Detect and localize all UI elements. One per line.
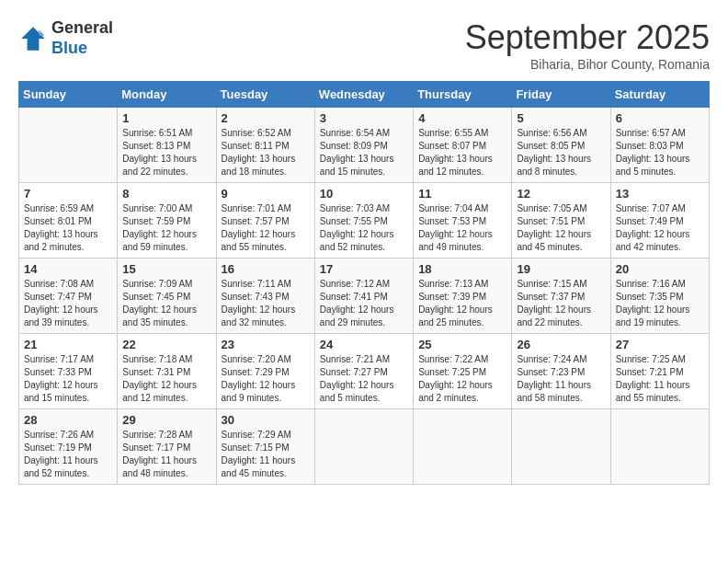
day-info: Sunrise: 6:59 AMSunset: 8:01 PMDaylight:… [24, 202, 112, 254]
col-header-wednesday: Wednesday [314, 82, 413, 108]
day-number: 19 [517, 262, 605, 276]
calendar-cell: 1Sunrise: 6:51 AMSunset: 8:13 PMDaylight… [118, 108, 216, 183]
day-info: Sunrise: 7:15 AMSunset: 7:37 PMDaylight:… [517, 278, 605, 329]
day-number: 17 [320, 262, 408, 276]
calendar-cell [314, 409, 413, 485]
calendar-cell: 16Sunrise: 7:11 AMSunset: 7:43 PMDayligh… [216, 259, 314, 334]
col-header-sunday: Sunday [19, 82, 118, 108]
logo-general-text: General [51, 18, 113, 39]
logo-blue-text: Blue [51, 39, 113, 59]
day-number: 10 [320, 187, 408, 201]
col-header-saturday: Saturday [610, 82, 709, 108]
day-number: 27 [616, 338, 704, 351]
day-number: 22 [122, 338, 210, 351]
day-number: 4 [418, 111, 506, 125]
calendar-cell: 5Sunrise: 6:56 AMSunset: 8:05 PMDaylight… [512, 108, 610, 183]
day-info: Sunrise: 6:52 AMSunset: 8:11 PMDaylight:… [222, 127, 310, 178]
day-number: 12 [517, 187, 605, 201]
day-number: 15 [122, 262, 210, 276]
calendar-cell: 4Sunrise: 6:55 AMSunset: 8:07 PMDaylight… [414, 108, 512, 183]
day-info: Sunrise: 7:25 AMSunset: 7:21 PMDaylight:… [616, 353, 704, 405]
day-info: Sunrise: 7:16 AMSunset: 7:35 PMDaylight:… [616, 278, 704, 329]
day-number: 18 [418, 262, 506, 276]
svg-marker-0 [21, 27, 45, 51]
title-block: September 2025 Biharia, Bihor County, Ro… [465, 18, 710, 72]
day-number: 25 [418, 338, 506, 351]
calendar-cell: 12Sunrise: 7:05 AMSunset: 7:51 PMDayligh… [512, 183, 610, 259]
day-number: 1 [122, 111, 210, 125]
calendar-cell: 19Sunrise: 7:15 AMSunset: 7:37 PMDayligh… [512, 259, 610, 334]
week-row-5: 28Sunrise: 7:26 AMSunset: 7:19 PMDayligh… [19, 409, 710, 485]
day-number: 21 [24, 338, 112, 351]
calendar-cell [414, 409, 512, 485]
calendar-cell: 29Sunrise: 7:28 AMSunset: 7:17 PMDayligh… [118, 409, 216, 485]
calendar-cell: 17Sunrise: 7:12 AMSunset: 7:41 PMDayligh… [314, 259, 413, 334]
day-info: Sunrise: 7:07 AMSunset: 7:49 PMDaylight:… [616, 202, 704, 254]
day-number: 30 [222, 413, 310, 427]
day-number: 14 [24, 262, 112, 276]
day-info: Sunrise: 7:11 AMSunset: 7:43 PMDaylight:… [222, 278, 310, 329]
day-info: Sunrise: 7:24 AMSunset: 7:23 PMDaylight:… [517, 353, 605, 405]
day-number: 16 [222, 262, 310, 276]
calendar-cell: 22Sunrise: 7:18 AMSunset: 7:31 PMDayligh… [118, 334, 216, 409]
week-row-4: 21Sunrise: 7:17 AMSunset: 7:33 PMDayligh… [19, 334, 710, 409]
month-title: September 2025 [465, 18, 710, 57]
day-number: 28 [24, 413, 112, 427]
calendar-cell: 27Sunrise: 7:25 AMSunset: 7:21 PMDayligh… [610, 334, 709, 409]
day-info: Sunrise: 7:22 AMSunset: 7:25 PMDaylight:… [418, 353, 506, 405]
day-number: 7 [24, 187, 112, 201]
week-row-2: 7Sunrise: 6:59 AMSunset: 8:01 PMDaylight… [19, 183, 710, 259]
header-row: SundayMondayTuesdayWednesdayThursdayFrid… [19, 82, 710, 108]
day-info: Sunrise: 7:08 AMSunset: 7:47 PMDaylight:… [24, 278, 112, 329]
calendar-cell [512, 409, 610, 485]
day-number: 11 [418, 187, 506, 201]
col-header-thursday: Thursday [414, 82, 512, 108]
calendar-cell: 6Sunrise: 6:57 AMSunset: 8:03 PMDaylight… [610, 108, 709, 183]
day-info: Sunrise: 7:29 AMSunset: 7:15 PMDaylight:… [222, 429, 310, 480]
calendar-cell: 24Sunrise: 7:21 AMSunset: 7:27 PMDayligh… [314, 334, 413, 409]
day-info: Sunrise: 7:09 AMSunset: 7:45 PMDaylight:… [122, 278, 210, 329]
day-info: Sunrise: 7:01 AMSunset: 7:57 PMDaylight:… [222, 202, 310, 254]
col-header-monday: Monday [118, 82, 216, 108]
calendar-cell: 18Sunrise: 7:13 AMSunset: 7:39 PMDayligh… [414, 259, 512, 334]
calendar-cell: 13Sunrise: 7:07 AMSunset: 7:49 PMDayligh… [610, 183, 709, 259]
calendar-cell: 8Sunrise: 7:00 AMSunset: 7:59 PMDaylight… [118, 183, 216, 259]
calendar-cell: 20Sunrise: 7:16 AMSunset: 7:35 PMDayligh… [610, 259, 709, 334]
day-info: Sunrise: 7:26 AMSunset: 7:19 PMDaylight:… [24, 429, 112, 480]
day-number: 8 [122, 187, 210, 201]
location: Biharia, Bihor County, Romania [465, 57, 710, 72]
col-header-tuesday: Tuesday [216, 82, 314, 108]
day-info: Sunrise: 7:00 AMSunset: 7:59 PMDaylight:… [122, 202, 210, 254]
day-info: Sunrise: 7:12 AMSunset: 7:41 PMDaylight:… [320, 278, 408, 329]
calendar-cell: 30Sunrise: 7:29 AMSunset: 7:15 PMDayligh… [216, 409, 314, 485]
day-number: 24 [320, 338, 408, 351]
calendar-cell: 23Sunrise: 7:20 AMSunset: 7:29 PMDayligh… [216, 334, 314, 409]
day-info: Sunrise: 6:56 AMSunset: 8:05 PMDaylight:… [517, 127, 605, 178]
day-info: Sunrise: 7:18 AMSunset: 7:31 PMDaylight:… [122, 353, 210, 405]
day-number: 9 [222, 187, 310, 201]
calendar-cell: 7Sunrise: 6:59 AMSunset: 8:01 PMDaylight… [19, 183, 118, 259]
calendar-cell [19, 108, 118, 183]
day-number: 29 [122, 413, 210, 427]
day-number: 20 [616, 262, 704, 276]
day-info: Sunrise: 6:55 AMSunset: 8:07 PMDaylight:… [418, 127, 506, 178]
calendar-cell: 28Sunrise: 7:26 AMSunset: 7:19 PMDayligh… [19, 409, 118, 485]
day-info: Sunrise: 7:05 AMSunset: 7:51 PMDaylight:… [517, 202, 605, 254]
week-row-3: 14Sunrise: 7:08 AMSunset: 7:47 PMDayligh… [19, 259, 710, 334]
day-number: 3 [320, 111, 408, 125]
calendar-cell: 21Sunrise: 7:17 AMSunset: 7:33 PMDayligh… [19, 334, 118, 409]
calendar-cell: 9Sunrise: 7:01 AMSunset: 7:57 PMDaylight… [216, 183, 314, 259]
day-info: Sunrise: 7:17 AMSunset: 7:33 PMDaylight:… [24, 353, 112, 405]
week-row-1: 1Sunrise: 6:51 AMSunset: 8:13 PMDaylight… [19, 108, 710, 183]
day-info: Sunrise: 7:28 AMSunset: 7:17 PMDaylight:… [122, 429, 210, 480]
day-number: 5 [517, 111, 605, 125]
calendar-cell: 11Sunrise: 7:04 AMSunset: 7:53 PMDayligh… [414, 183, 512, 259]
calendar-cell: 2Sunrise: 6:52 AMSunset: 8:11 PMDaylight… [216, 108, 314, 183]
day-info: Sunrise: 7:21 AMSunset: 7:27 PMDaylight:… [320, 353, 408, 405]
day-number: 13 [616, 187, 704, 201]
logo: General Blue [18, 18, 113, 58]
calendar-cell: 26Sunrise: 7:24 AMSunset: 7:23 PMDayligh… [512, 334, 610, 409]
day-info: Sunrise: 7:20 AMSunset: 7:29 PMDaylight:… [222, 353, 310, 405]
logo-icon [18, 24, 48, 53]
calendar-table: SundayMondayTuesdayWednesdayThursdayFrid… [18, 81, 710, 485]
